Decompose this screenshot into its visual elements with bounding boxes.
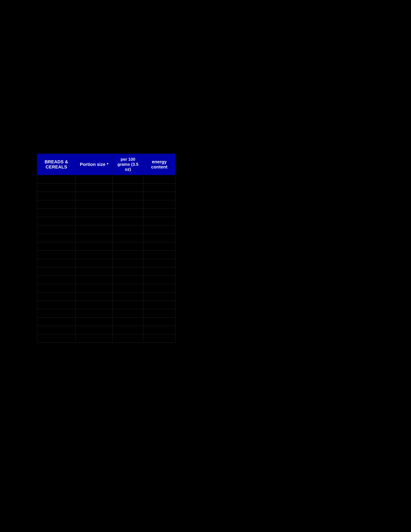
cell-category-7 <box>37 234 76 242</box>
cell-energy-5 <box>143 217 175 225</box>
cell-portion-17 <box>76 317 113 326</box>
cell-category-9 <box>37 250 76 259</box>
cell-category-14 <box>37 292 76 301</box>
cell-per100-19 <box>113 334 143 342</box>
cell-category-18 <box>37 326 76 334</box>
cell-energy-6 <box>143 225 175 234</box>
cell-category-6 <box>37 225 76 234</box>
cell-portion-1 <box>76 183 113 192</box>
cell-portion-5 <box>76 217 113 225</box>
cell-portion-18 <box>76 326 113 334</box>
cell-energy-11 <box>143 267 175 276</box>
table-row <box>37 317 175 326</box>
cell-energy-19 <box>143 334 175 342</box>
cell-portion-6 <box>76 225 113 234</box>
cell-per100-2 <box>113 192 143 200</box>
cell-energy-0 <box>143 175 175 183</box>
table-row <box>37 175 175 183</box>
cell-per100-12 <box>113 276 143 284</box>
cell-energy-10 <box>143 259 175 267</box>
cell-energy-13 <box>143 284 175 292</box>
cell-energy-1 <box>143 183 175 192</box>
table-row <box>37 259 175 267</box>
table-row <box>37 209 175 217</box>
cell-portion-4 <box>76 209 113 217</box>
cell-portion-16 <box>76 309 113 317</box>
cell-portion-10 <box>76 259 113 267</box>
table-row <box>37 242 175 250</box>
header-category: BREADS & CEREALS <box>37 154 76 175</box>
cell-category-2 <box>37 192 76 200</box>
table-row <box>37 183 175 192</box>
cell-per100-18 <box>113 326 143 334</box>
table-row <box>37 217 175 225</box>
cell-portion-2 <box>76 192 113 200</box>
cell-portion-19 <box>76 334 113 342</box>
cell-portion-9 <box>76 250 113 259</box>
cell-per100-13 <box>113 284 143 292</box>
cell-energy-2 <box>143 192 175 200</box>
cell-per100-15 <box>113 301 143 309</box>
cell-per100-16 <box>113 309 143 317</box>
table-row <box>37 192 175 200</box>
table-row <box>37 225 175 234</box>
cell-energy-9 <box>143 250 175 259</box>
table-row <box>37 234 175 242</box>
cell-category-3 <box>37 200 76 209</box>
table-row <box>37 292 175 301</box>
cell-energy-3 <box>143 200 175 209</box>
cell-per100-6 <box>113 225 143 234</box>
table-row <box>37 309 175 317</box>
cell-energy-18 <box>143 326 175 334</box>
table-row <box>37 334 175 342</box>
table-row <box>37 250 175 259</box>
cell-per100-8 <box>113 242 143 250</box>
cell-portion-13 <box>76 284 113 292</box>
cell-category-8 <box>37 242 76 250</box>
cell-per100-14 <box>113 292 143 301</box>
cell-category-15 <box>37 301 76 309</box>
cell-per100-17 <box>113 317 143 326</box>
cell-per100-0 <box>113 175 143 183</box>
cell-per100-7 <box>113 234 143 242</box>
cell-energy-14 <box>143 292 175 301</box>
cell-energy-17 <box>143 317 175 326</box>
cell-per100-1 <box>113 183 143 192</box>
cell-per100-3 <box>113 200 143 209</box>
cell-energy-12 <box>143 276 175 284</box>
cell-per100-5 <box>113 217 143 225</box>
cell-category-1 <box>37 183 76 192</box>
cell-category-11 <box>37 267 76 276</box>
cell-category-12 <box>37 276 76 284</box>
cell-energy-7 <box>143 234 175 242</box>
breads-cereals-table: BREADS & CEREALS Portion size * per 100 … <box>37 154 176 343</box>
cell-portion-15 <box>76 301 113 309</box>
cell-portion-8 <box>76 242 113 250</box>
table-row <box>37 200 175 209</box>
cell-category-10 <box>37 259 76 267</box>
table-container: BREADS & CEREALS Portion size * per 100 … <box>37 154 298 343</box>
header-portion: Portion size * <box>76 154 113 175</box>
cell-energy-4 <box>143 209 175 217</box>
table-row <box>37 276 175 284</box>
cell-per100-11 <box>113 267 143 276</box>
cell-category-5 <box>37 217 76 225</box>
cell-category-0 <box>37 175 76 183</box>
cell-portion-0 <box>76 175 113 183</box>
cell-portion-12 <box>76 276 113 284</box>
table-row <box>37 284 175 292</box>
cell-per100-9 <box>113 250 143 259</box>
cell-category-16 <box>37 309 76 317</box>
cell-per100-4 <box>113 209 143 217</box>
cell-portion-7 <box>76 234 113 242</box>
header-energy: energy content <box>143 154 175 175</box>
cell-energy-8 <box>143 242 175 250</box>
header-per100: per 100 grams (3.5 oz) <box>113 154 143 175</box>
table-row <box>37 267 175 276</box>
cell-portion-3 <box>76 200 113 209</box>
cell-energy-15 <box>143 301 175 309</box>
cell-portion-11 <box>76 267 113 276</box>
cell-category-17 <box>37 317 76 326</box>
cell-per100-10 <box>113 259 143 267</box>
cell-category-4 <box>37 209 76 217</box>
